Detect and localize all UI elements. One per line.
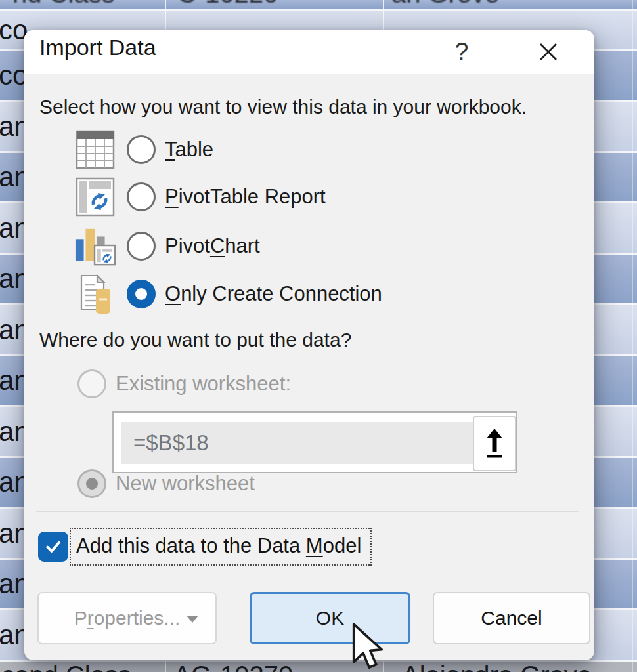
new-worksheet-label: New worksheet: [116, 472, 255, 495]
checkmark-icon: [43, 537, 63, 556]
close-button[interactable]: [525, 33, 572, 71]
section-divider: [36, 511, 579, 512]
data-model-label[interactable]: Add this data to the Data Model: [76, 534, 361, 558]
ok-button-label: OK: [316, 607, 344, 629]
import-data-dialog: Import Data ? Select how you want to vie…: [24, 30, 594, 660]
option-label-pivotchart[interactable]: PivotChart: [165, 234, 260, 258]
radio-pivottable[interactable]: [127, 182, 156, 211]
properties-button-label: Properties...: [74, 607, 181, 629]
new-worksheet-row: New worksheet: [77, 467, 255, 500]
mouse-cursor-icon: [349, 622, 391, 672]
option-row-pivotchart: PivotChart: [74, 225, 260, 267]
option-label-table[interactable]: Table: [165, 138, 213, 161]
radio-pivotchart[interactable]: [127, 232, 156, 261]
table-icon: [74, 129, 116, 171]
collapse-arrow-icon: [485, 427, 504, 460]
sheet-cell: co: [0, 16, 28, 44]
close-icon: [538, 41, 559, 62]
option-row-table: Table: [74, 129, 213, 171]
view-prompt-label: Select how you want to view this data in…: [39, 96, 527, 118]
sheet-cell: cond Class: [1, 662, 131, 672]
connection-documents-icon: [74, 273, 116, 315]
where-prompt-label: Where do you want to put the data?: [39, 329, 351, 351]
collapse-dialog-button[interactable]: [473, 416, 516, 471]
properties-button: Properties...: [37, 592, 217, 644]
option-label-connection[interactable]: Only Create Connection: [165, 282, 382, 306]
dialog-titlebar: Import Data ?: [24, 30, 594, 74]
range-reference-value: =$B$18: [133, 430, 209, 455]
sheet-cell: AG-10270: [173, 662, 293, 672]
sheet-row: nd Class C-10220 an Grove: [0, 0, 637, 9]
cancel-button[interactable]: Cancel: [433, 592, 590, 644]
help-button[interactable]: ?: [442, 33, 481, 71]
option-row-connection: Only Create Connection: [74, 273, 382, 315]
dialog-title: Import Data: [39, 35, 156, 60]
pivottable-icon: [74, 176, 116, 218]
column-gridline: [632, 0, 633, 672]
help-icon: ?: [455, 38, 469, 66]
data-model-row: Add this data to the Data Model: [38, 526, 372, 567]
cancel-button-label: Cancel: [481, 607, 542, 629]
sheet-cell: C-10220: [177, 0, 278, 7]
screenshot-stage: nd Class C-10220 an Grove co co an an an…: [0, 0, 637, 672]
data-model-label-focus-rect: Add this data to the Data Model: [70, 528, 372, 566]
sheet-cell: nd Class: [12, 0, 115, 7]
existing-worksheet-row: Existing worksheet:: [77, 368, 291, 400]
radio-only-create-connection[interactable]: [127, 280, 156, 308]
sheet-row: cond Class AG-10270 Alejandro Grove: [0, 662, 637, 672]
data-model-checkbox[interactable]: [38, 532, 68, 562]
range-reference-input[interactable]: =$B$18: [121, 422, 506, 464]
properties-dropdown-caret-icon: [187, 616, 198, 623]
radio-existing-worksheet: [77, 369, 106, 398]
existing-worksheet-label: Existing worksheet:: [116, 372, 291, 396]
range-reference-field: =$B$18: [112, 411, 517, 473]
sheet-cell: co: [0, 62, 28, 89]
option-row-pivottable: PivotTable Report: [74, 176, 326, 218]
option-label-pivottable[interactable]: PivotTable Report: [165, 185, 326, 209]
pivotchart-icon: [74, 225, 116, 267]
sheet-cell: an Grove: [391, 0, 500, 7]
sheet-cell: Alejandro Grove: [402, 662, 592, 672]
radio-table[interactable]: [127, 135, 156, 164]
radio-new-worksheet: [77, 469, 106, 498]
